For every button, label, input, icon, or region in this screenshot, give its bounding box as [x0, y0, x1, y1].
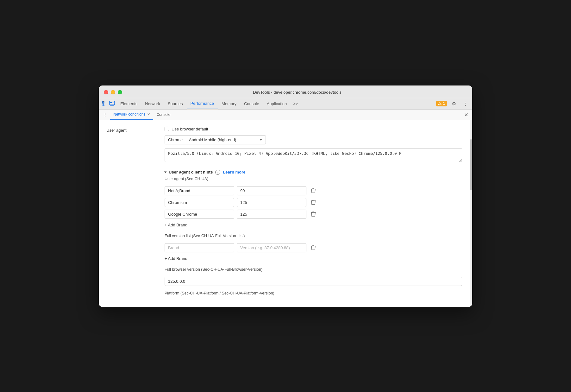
brand-row-2	[165, 210, 462, 219]
titlebar: DevTools - developer.chrome.com/docs/dev…	[99, 85, 472, 98]
close-button[interactable]	[104, 90, 108, 94]
brand-version-input-2[interactable]	[237, 210, 306, 219]
use-browser-default-checkbox[interactable]	[165, 127, 169, 131]
tab-sources[interactable]: Sources	[164, 98, 187, 109]
issues-badge[interactable]: ⚠ 1	[436, 101, 447, 106]
warning-icon: ⚠	[438, 101, 442, 106]
delete-brand-2[interactable]	[309, 210, 318, 218]
settings-button[interactable]: ⚙	[449, 99, 458, 108]
ua-string-input[interactable]: Mozilla/5.0 (Linux; Android 10; Pixel 4)…	[165, 148, 462, 162]
drawer-tab-console[interactable]: Console	[153, 109, 173, 120]
ua-select-row: Chrome — Android Mobile (high-end)	[165, 135, 462, 144]
delete-fv-brand-0[interactable]	[309, 243, 318, 252]
fv-brand-version-input-0[interactable]	[237, 243, 306, 252]
client-hints-header: User agent client hints i Learn more	[165, 170, 462, 175]
learn-more-link[interactable]: Learn more	[223, 170, 245, 174]
brand-name-input-0[interactable]	[165, 186, 234, 195]
ua-select[interactable]: Chrome — Android Mobile (high-end)	[165, 135, 266, 144]
inspect-icon[interactable]	[109, 100, 115, 107]
drawer-tab-bar: ⋮ Network conditions ✕ Console ✕	[99, 110, 472, 120]
window-title: DevTools - developer.chrome.com/docs/dev…	[127, 90, 467, 95]
sec-ch-ua-label: User agent (Sec-CH-UA)	[165, 177, 462, 181]
brand-name-input-1[interactable]	[165, 198, 234, 207]
tab-application[interactable]: Application	[263, 98, 291, 109]
fv-brand-name-input-0[interactable]	[165, 243, 234, 252]
delete-brand-1[interactable]	[309, 198, 318, 207]
drawer-menu-button[interactable]: ⋮	[101, 111, 109, 118]
full-browser-version-input[interactable]	[165, 277, 462, 286]
use-browser-default-row: Use browser default	[165, 127, 462, 131]
user-agent-controls: Use browser default Chrome — Android Mob…	[165, 127, 462, 297]
brand-row-0	[165, 186, 462, 195]
maximize-button[interactable]	[118, 90, 122, 94]
tab-elements[interactable]: Elements	[116, 98, 141, 109]
svg-rect-6	[110, 102, 112, 103]
brand-version-input-1[interactable]	[237, 198, 306, 207]
tab-performance[interactable]: Performance	[187, 98, 218, 109]
tab-console[interactable]: Console	[240, 98, 263, 109]
full-version-brand-row-0	[165, 243, 462, 252]
traffic-lights	[104, 90, 122, 94]
svg-rect-5	[110, 105, 114, 106]
collapse-triangle[interactable]	[164, 171, 167, 173]
platform-label: Platform (Sec-CH-UA-Platform / Sec-CH-UA…	[165, 291, 462, 295]
add-brand-button-1[interactable]: + Add Brand	[165, 221, 462, 229]
main-panel: User agent Use browser default Chrome — …	[99, 120, 470, 307]
user-agent-label: User agent	[106, 127, 157, 297]
tab-network[interactable]: Network	[141, 98, 164, 109]
scrollbar[interactable]	[470, 120, 472, 307]
tab-bar-right: ⚠ 1 ⚙ ⋮	[436, 99, 470, 108]
more-options-button[interactable]: ⋮	[461, 99, 470, 108]
more-tabs-button[interactable]: >>	[291, 101, 300, 106]
tab-memory[interactable]: Memory	[218, 98, 240, 109]
svg-rect-7	[112, 102, 114, 102]
brand-version-input-0[interactable]	[237, 186, 306, 195]
drawer-tab-network-conditions[interactable]: Network conditions ✕	[110, 109, 153, 120]
full-browser-version-row	[165, 277, 462, 286]
content-area: User agent Use browser default Chrome — …	[99, 120, 472, 307]
ua-string-row: Mozilla/5.0 (Linux; Android 10; Pixel 4)…	[165, 148, 462, 163]
devtools-window: DevTools - developer.chrome.com/docs/dev…	[99, 85, 472, 307]
close-drawer-button[interactable]: ✕	[462, 111, 470, 118]
minimize-button[interactable]	[111, 90, 115, 94]
issues-count: 1	[443, 101, 445, 106]
main-tab-bar: Elements Network Sources Performance Mem…	[99, 98, 472, 110]
full-browser-version-label: Full browser version (Sec-CH-UA-Full-Bro…	[165, 267, 462, 272]
delete-brand-0[interactable]	[309, 186, 318, 195]
full-version-list-label: Full version list (Sec-CH-UA-Full-Versio…	[165, 234, 462, 238]
svg-rect-8	[112, 103, 114, 103]
use-browser-default-label[interactable]: Use browser default	[172, 127, 208, 131]
add-brand-button-2[interactable]: + Add Brand	[165, 255, 462, 262]
user-agent-section: User agent Use browser default Chrome — …	[106, 127, 462, 297]
info-icon[interactable]: i	[215, 170, 220, 175]
close-network-conditions-tab[interactable]: ✕	[147, 112, 150, 117]
brand-name-input-2[interactable]	[165, 210, 234, 219]
brand-row-1	[165, 198, 462, 207]
select-icon[interactable]	[101, 100, 108, 107]
scrollbar-thumb[interactable]	[470, 139, 472, 190]
